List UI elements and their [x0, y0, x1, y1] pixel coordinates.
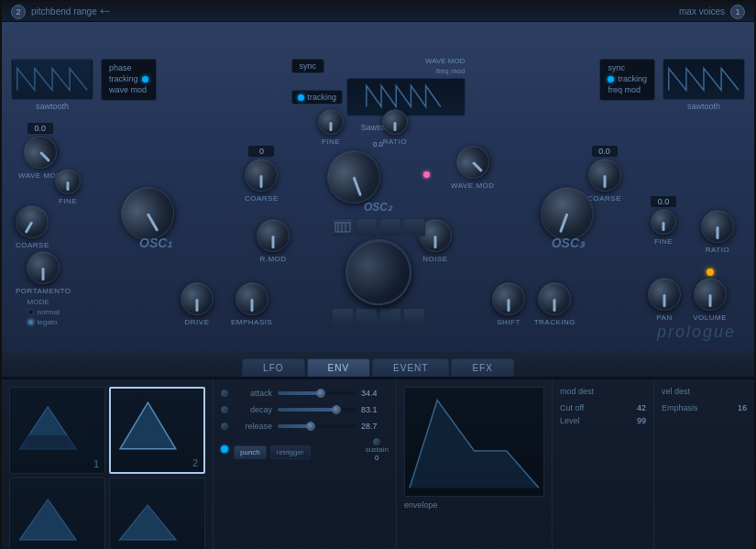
- osc1-fine-knob[interactable]: [55, 169, 81, 194]
- rmod-knob[interactable]: [257, 219, 290, 252]
- osc2-fine-knob-group: FINE: [318, 109, 344, 146]
- osc3-coarse-value: 0.0: [592, 146, 618, 157]
- filter-main-knob[interactable]: [340, 234, 416, 310]
- mod-level-label: Level: [560, 416, 580, 425]
- punch-retrigger-row: punch retrigger: [221, 445, 311, 459]
- vel-dest-label: vel dest: [662, 387, 747, 396]
- pitchbend-badge[interactable]: 2: [11, 5, 26, 19]
- portamento-legato-option[interactable]: legato: [27, 318, 60, 326]
- svg-rect-1: [335, 223, 350, 232]
- envelope-display-area: 2 envelope: [396, 379, 552, 549]
- filter-btn-7[interactable]: [379, 308, 401, 326]
- lfo-cell-1[interactable]: 1: [9, 387, 105, 474]
- top-bar-left: 2 pitchbend range +−: [11, 5, 110, 19]
- decay-row: decay 83.1: [221, 405, 389, 414]
- osc2-sync-panel: sync: [291, 59, 325, 73]
- filter-btn-5[interactable]: [332, 308, 354, 326]
- osc1-coarse-knob[interactable]: [10, 199, 55, 244]
- osc1-wavmod-value: 0.0: [27, 123, 53, 134]
- mod-level-row: Level 99: [560, 416, 646, 425]
- sustain-area: punch retrigger sustain 0: [221, 438, 389, 462]
- punch-button[interactable]: punch: [234, 445, 267, 459]
- lfo-cell-3[interactable]: 3: [9, 478, 105, 549]
- attack-thumb[interactable]: [316, 389, 325, 398]
- rmod-knob-group: R.MOD: [257, 219, 290, 263]
- portamento-mode-group: MODE normal legato: [27, 298, 60, 326]
- svg-marker-7: [120, 402, 176, 449]
- portamento-knob[interactable]: [27, 251, 60, 284]
- release-thumb[interactable]: [306, 422, 315, 431]
- osc3-fine-knob[interactable]: [651, 209, 676, 235]
- filter-btn-4[interactable]: [403, 218, 425, 236]
- osc2-coarse-knob[interactable]: [245, 159, 278, 192]
- retrigger-button[interactable]: retrigger: [270, 445, 311, 459]
- filter-btn-1[interactable]: [332, 218, 354, 236]
- attack-slider[interactable]: [278, 391, 356, 395]
- portamento-normal-option[interactable]: normal: [27, 308, 60, 316]
- tabs-bar: LFO ENV EVENT EFX: [2, 351, 754, 377]
- release-value: 28.7: [361, 422, 389, 431]
- osc3-tracking-label: tracking: [618, 74, 647, 83]
- pitchbend-label: pitchbend range +−: [31, 6, 110, 16]
- volume-knob[interactable]: [694, 278, 727, 311]
- filter-btn-3[interactable]: [379, 218, 401, 236]
- osc1-tracking-led[interactable]: [142, 76, 148, 82]
- drive-label: DRIVE: [185, 318, 210, 326]
- tab-efx[interactable]: EFX: [451, 358, 513, 377]
- portamento-mode-label: MODE: [27, 298, 60, 306]
- filter-btn-row-bottom: [332, 308, 425, 326]
- osc3-sync-panel: sync tracking freq mod: [599, 59, 655, 101]
- portamento-normal-radio[interactable]: [27, 309, 34, 315]
- tab-event[interactable]: EVENT: [372, 358, 449, 377]
- sustain-handle[interactable]: [373, 438, 380, 445]
- pan-knob-group: PAN: [648, 278, 681, 322]
- mod-cutoff-label: Cut off: [560, 403, 584, 412]
- decay-handle[interactable]: [221, 406, 228, 413]
- osc2-wave-mod-knob[interactable]: [449, 139, 496, 186]
- attack-handle[interactable]: [221, 390, 228, 397]
- osc1-fine-knob-group: FINE: [55, 169, 81, 205]
- filter-btn-2[interactable]: [356, 218, 378, 236]
- tab-env[interactable]: ENV: [307, 358, 371, 377]
- emphasis-knob[interactable]: [236, 282, 268, 315]
- filter-btn-8[interactable]: [403, 308, 425, 326]
- portamento-label: PORTAMENTO: [16, 287, 71, 295]
- osc2-tracking-led[interactable]: [298, 94, 304, 101]
- decay-thumb[interactable]: [332, 405, 341, 414]
- svg-marker-8: [19, 500, 76, 540]
- sustain-label: sustain: [366, 445, 389, 454]
- portamento-knob-group: PORTAMENTO MODE normal legato: [16, 251, 71, 326]
- osc3-ratio-knob[interactable]: [701, 210, 734, 243]
- osc1-tracking-label: tracking: [109, 74, 138, 83]
- osc2-fine-knob[interactable]: [318, 109, 344, 135]
- osc1-wavemod-label: wave mod: [109, 85, 147, 94]
- osc3-display-area: Sawtooth: [663, 59, 745, 111]
- release-handle[interactable]: [221, 423, 228, 430]
- shift-knob[interactable]: [492, 282, 525, 315]
- lfo-cell-4[interactable]: 4: [109, 478, 205, 549]
- osc3-freq-mod-label: freq mod: [608, 85, 641, 94]
- osc3-waveform-label: Sawtooth: [663, 102, 745, 111]
- osc1-fine-label: FINE: [59, 197, 77, 205]
- pan-knob[interactable]: [648, 278, 681, 311]
- prologue-logo: prologue: [657, 323, 736, 342]
- synth-panel: Sawtooth phase tracking wave mod sync: [2, 22, 754, 379]
- osc1-display-area: Sawtooth: [11, 59, 93, 111]
- osc1-main-knob-group: [121, 187, 174, 240]
- shift-label: SHIFT: [497, 318, 520, 326]
- attack-row: attack 34.4: [221, 389, 389, 398]
- drive-knob[interactable]: [181, 282, 214, 315]
- decay-slider[interactable]: [278, 408, 356, 412]
- release-slider[interactable]: [278, 424, 356, 428]
- tracking-knob[interactable]: [538, 282, 571, 315]
- osc2-ratio-knob[interactable]: [382, 109, 408, 135]
- filter-btn-6[interactable]: [356, 308, 378, 326]
- volume-led: [707, 269, 714, 276]
- tab-lfo[interactable]: LFO: [242, 358, 304, 377]
- lfo-cell-2[interactable]: 2: [109, 387, 205, 474]
- max-voices-badge[interactable]: 1: [730, 5, 745, 19]
- svg-marker-9: [119, 505, 176, 540]
- osc3-tracking-led[interactable]: [608, 76, 614, 82]
- osc2-wave-mod-knob-group: WAVE MOD: [451, 146, 495, 190]
- portamento-legato-radio[interactable]: [27, 319, 34, 325]
